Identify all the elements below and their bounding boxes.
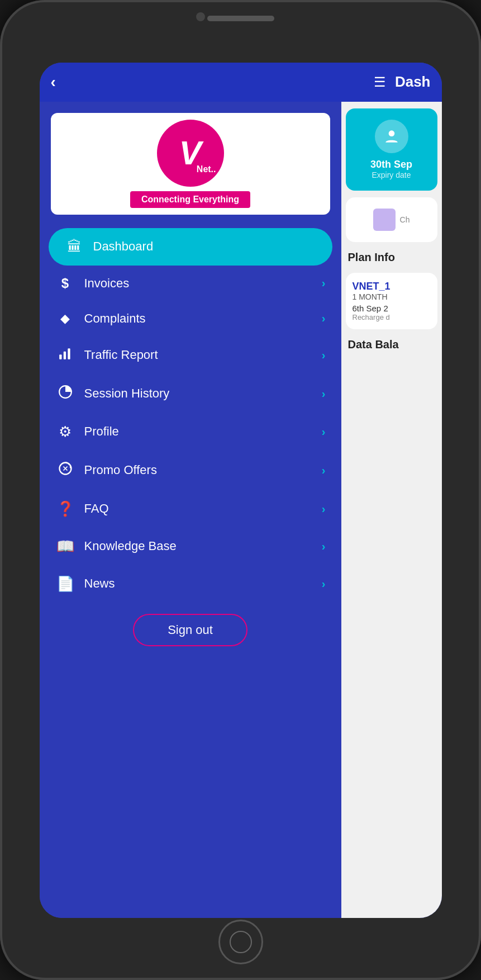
back-button[interactable]: ‹ <box>51 73 56 91</box>
phone-screen: ‹ ☰ Dash V Net.. Connecting Everything 🏛 <box>40 63 442 918</box>
session-history-icon <box>55 385 75 403</box>
chip-icon <box>373 209 396 231</box>
chevron-right-icon: › <box>322 277 326 290</box>
svg-rect-2 <box>68 348 70 359</box>
data-balance-label: Data Bala <box>346 336 437 353</box>
sidebar-item-traffic-report[interactable]: Traffic Report › <box>40 336 341 375</box>
sidebar-item-label-news: News <box>84 576 322 591</box>
header-title: Dash <box>395 73 431 91</box>
recharge-date: 6th Sep 2 <box>353 304 431 313</box>
sidebar-item-promo-offers[interactable]: Promo Offers › <box>40 451 341 490</box>
phone-home-inner <box>230 931 252 953</box>
sidebar-item-faq[interactable]: ❓ FAQ › <box>40 490 341 528</box>
sidebar-item-label-faq: FAQ <box>84 501 322 516</box>
promo-offers-icon <box>55 461 75 480</box>
sidebar-item-label-knowledge-base: Knowledge Base <box>84 539 322 553</box>
chevron-right-icon: › <box>322 425 326 438</box>
phone-home-button[interactable] <box>218 920 263 964</box>
sidebar-item-dashboard[interactable]: 🏛 Dashboard <box>49 228 332 266</box>
phone-frame: ‹ ☰ Dash V Net.. Connecting Everything 🏛 <box>0 0 481 980</box>
knowledge-base-icon: 📖 <box>55 538 75 555</box>
plan-info-label: Plan Info <box>346 249 437 266</box>
sidebar-item-label-traffic-report: Traffic Report <box>84 348 322 362</box>
right-content-panel: 30th Sep Expiry date Ch Plan Info VNET_1… <box>341 102 442 918</box>
sidebar-item-label-profile: Profile <box>84 424 322 439</box>
traffic-report-icon <box>55 346 75 364</box>
sidebar-item-invoices[interactable]: $ Invoices › <box>40 266 341 301</box>
sidebar-item-label-dashboard: Dashboard <box>93 239 317 254</box>
chevron-right-icon: › <box>322 577 326 590</box>
sidebar-item-profile[interactable]: ⚙ Profile › <box>40 413 341 451</box>
sidebar-item-news[interactable]: 📄 News › <box>40 565 341 603</box>
chevron-right-icon: › <box>322 349 326 362</box>
chevron-right-icon: › <box>322 540 326 553</box>
phone-speaker <box>207 16 274 21</box>
svg-point-5 <box>388 130 394 136</box>
news-icon: 📄 <box>55 575 75 593</box>
faq-icon: ❓ <box>55 500 75 518</box>
svg-rect-0 <box>59 354 61 359</box>
logo-circle: V Net.. <box>157 120 224 187</box>
signout-button[interactable]: Sign out <box>133 614 247 646</box>
sidebar-item-label-invoices: Invoices <box>84 276 322 291</box>
plan-name: VNET_1 <box>353 281 431 292</box>
change-card: Ch <box>346 197 437 242</box>
sidebar-item-complaints[interactable]: ◆ Complaints › <box>40 301 341 336</box>
chevron-right-icon: › <box>322 503 326 515</box>
sidebar-item-label-complaints: Complaints <box>84 311 322 326</box>
svg-rect-1 <box>63 351 65 359</box>
plan-duration: 1 MONTH <box>353 292 431 301</box>
sidebar-item-label-session-history: Session History <box>84 386 322 401</box>
chevron-right-icon: › <box>322 464 326 477</box>
logo-net-text: Net.. <box>197 164 216 174</box>
chevron-right-icon: › <box>322 387 326 400</box>
phone-camera <box>196 12 205 21</box>
complaints-icon: ◆ <box>55 311 75 326</box>
sidebar-item-label-promo-offers: Promo Offers <box>84 463 322 477</box>
dashboard-icon: 🏛 <box>64 238 84 255</box>
app-body: V Net.. Connecting Everything 🏛 Dashboar… <box>40 102 442 918</box>
user-card: 30th Sep Expiry date <box>346 108 437 191</box>
invoices-icon: $ <box>55 276 75 291</box>
logo-container: V Net.. Connecting Everything <box>51 113 330 215</box>
expiry-date: 30th Sep <box>370 159 412 171</box>
sidebar-item-knowledge-base[interactable]: 📖 Knowledge Base › <box>40 528 341 565</box>
profile-icon: ⚙ <box>55 423 75 441</box>
chevron-right-icon: › <box>322 312 326 325</box>
change-text: Ch <box>400 215 410 224</box>
app-header: ‹ ☰ Dash <box>40 63 442 102</box>
expiry-label: Expiry date <box>372 171 411 179</box>
recharge-label: Recharge d <box>353 313 431 321</box>
logo-tagline: Connecting Everything <box>130 191 250 208</box>
drawer: V Net.. Connecting Everything 🏛 Dashboar… <box>40 102 341 918</box>
plan-card: VNET_1 1 MONTH 6th Sep 2 Recharge d <box>346 273 437 329</box>
sidebar-item-session-history[interactable]: Session History › <box>40 375 341 413</box>
hamburger-icon[interactable]: ☰ <box>374 74 386 90</box>
avatar <box>375 120 408 153</box>
